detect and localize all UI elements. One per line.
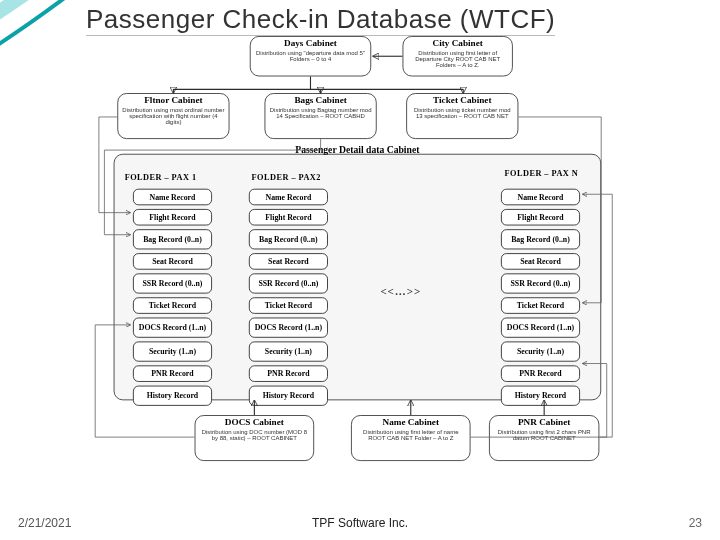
cabinet-pnr: PNR Cabinet Distribution using first 2 c… <box>489 415 599 461</box>
record-column-paxn: Name RecordFlight RecordBag Record (0..n… <box>498 189 583 410</box>
record-box: Ticket Record <box>249 297 328 314</box>
record-box: Seat Record <box>501 253 580 270</box>
record-box: Ticket Record <box>501 297 580 314</box>
footer-org: TPF Software Inc. <box>0 516 720 530</box>
record-column-pax2: Name RecordFlight RecordBag Record (0..n… <box>246 189 331 410</box>
record-box: Security (1..n) <box>249 341 328 361</box>
record-box: Bag Record (0..n) <box>133 229 212 249</box>
record-box: History Record <box>501 386 580 406</box>
record-box: Name Record <box>249 189 328 206</box>
cabinet-days: Days Cabinet Distribution using "departu… <box>250 36 371 76</box>
record-box: Security (1..n) <box>133 341 212 361</box>
record-box: Flight Record <box>249 209 328 226</box>
record-box: PNR Record <box>501 365 580 382</box>
cabinet-ticket: Ticket Cabinet Distribution using ticket… <box>406 93 518 139</box>
record-box: PNR Record <box>249 365 328 382</box>
record-column-pax1: Name RecordFlight RecordBag Record (0..n… <box>130 189 215 410</box>
record-box: PNR Record <box>133 365 212 382</box>
record-box: SSR Record (0..n) <box>249 273 328 293</box>
record-box: DOCS Record (1..n) <box>249 318 328 338</box>
record-box: DOCS Record (1..n) <box>133 318 212 338</box>
footer-page: 23 <box>689 516 702 530</box>
folder-pax1-label: FOLDER – PAX 1 <box>125 172 197 181</box>
record-box: SSR Record (0..n) <box>501 273 580 293</box>
cabinet-name: Name Cabinet Distribution using first le… <box>351 415 471 461</box>
record-box: Flight Record <box>133 209 212 226</box>
folder-paxn-label: FOLDER – PAX N <box>491 168 592 177</box>
record-box: Seat Record <box>133 253 212 270</box>
record-box: Name Record <box>133 189 212 206</box>
cabinet-docs: DOCS Cabinet Distribution using DOC numb… <box>195 415 315 461</box>
page-title: Passenger Check-in Database (WTCF) <box>86 4 555 35</box>
record-box: Security (1..n) <box>501 341 580 361</box>
ellipsis: <<…>> <box>380 284 421 298</box>
record-box: Name Record <box>501 189 580 206</box>
record-box: Bag Record (0..n) <box>249 229 328 249</box>
folder-pax2-label: FOLDER – PAX2 <box>252 172 321 181</box>
cabinet-bags: Bags Cabinet Distribution using Bagtag n… <box>264 93 376 139</box>
record-box: Bag Record (0..n) <box>501 229 580 249</box>
record-box: Ticket Record <box>133 297 212 314</box>
record-box: History Record <box>249 386 328 406</box>
cabinet-fltnor: Fltnor Cabinet Distribution using most o… <box>117 93 229 139</box>
cabinet-pdd-title: Passenger Detail data Cabinet <box>252 145 464 155</box>
cabinet-city: City Cabinet Distribution using first le… <box>402 36 512 76</box>
record-box: Seat Record <box>249 253 328 270</box>
record-box: History Record <box>133 386 212 406</box>
wtcf-diagram: Days Cabinet Distribution using "departu… <box>86 36 616 474</box>
record-box: DOCS Record (1..n) <box>501 318 580 338</box>
record-box: Flight Record <box>501 209 580 226</box>
record-box: SSR Record (0..n) <box>133 273 212 293</box>
